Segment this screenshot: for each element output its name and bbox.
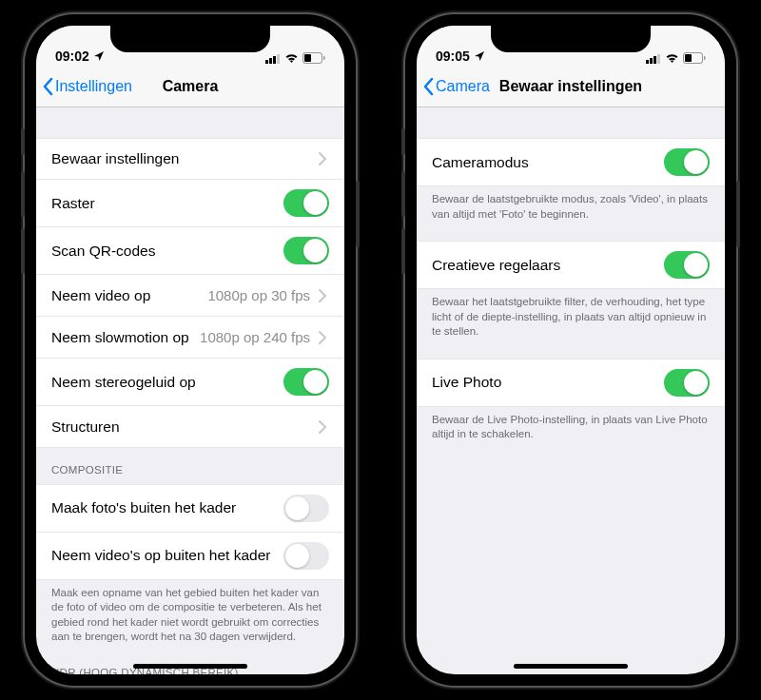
row-live-photo[interactable]: Live Photo (417, 359, 725, 407)
row-preserve-settings[interactable]: Bewaar instellingen (36, 138, 344, 180)
chevron-right-icon (316, 331, 329, 344)
row-label: Raster (51, 195, 283, 212)
row-formats[interactable]: Structuren (36, 406, 344, 448)
svg-rect-9 (654, 56, 656, 64)
settings-list[interactable]: Cameramodus Bewaar de laatstgebruikte mo… (417, 107, 725, 674)
location-icon (474, 50, 485, 62)
row-detail: 1080p op 30 fps (207, 287, 310, 303)
section-footer-composition: Maak een opname van het gebied buiten he… (36, 580, 344, 651)
row-record-slomo[interactable]: Neem slowmotion op 1080p op 240 fps (36, 317, 344, 359)
back-button[interactable]: Camera (422, 66, 490, 107)
row-camera-mode[interactable]: Cameramodus (417, 138, 725, 186)
notch (110, 26, 270, 52)
settings-list[interactable]: Bewaar instellingen Raster Scan QR-codes… (36, 107, 344, 674)
row-label: Scan QR-codes (51, 243, 283, 260)
toggle-qr[interactable] (283, 237, 329, 264)
chevron-right-icon (316, 152, 329, 165)
svg-rect-13 (685, 54, 692, 62)
cellular-icon (646, 53, 661, 64)
battery-icon (302, 52, 325, 64)
section-footer-live: Bewaar de Live Photo-instelling, in plaa… (417, 407, 725, 448)
row-creative-controls[interactable]: Creatieve regelaars (417, 241, 725, 289)
back-button[interactable]: Instellingen (42, 66, 132, 107)
toggle-camera-mode[interactable] (664, 148, 710, 176)
wifi-icon (284, 53, 299, 64)
row-label: Cameramodus (432, 154, 664, 171)
svg-rect-7 (646, 60, 649, 64)
svg-rect-1 (269, 58, 272, 64)
status-time: 09:05 (436, 49, 470, 64)
toggle-photos-outside[interactable] (283, 495, 329, 522)
screen-right: 09:05 Camera Be (417, 26, 725, 674)
svg-rect-3 (277, 54, 280, 64)
row-label: Live Photo (432, 374, 664, 391)
toggle-grid[interactable] (283, 189, 329, 217)
svg-rect-10 (657, 54, 660, 64)
section-header-composition: COMPOSITIE (36, 448, 344, 484)
section-footer-creative: Bewaar het laatstgebruikte filter, de ve… (417, 289, 725, 345)
row-label: Neem slowmotion op (51, 329, 200, 346)
svg-rect-6 (304, 54, 311, 62)
row-label: Neem video op (51, 287, 207, 304)
screen-left: 09:02 Instellingen (36, 26, 344, 674)
row-label: Creatieve regelaars (432, 257, 664, 274)
home-indicator (133, 664, 247, 669)
status-time: 09:02 (55, 49, 89, 64)
wifi-icon (665, 53, 679, 64)
phone-left: 09:02 Instellingen (25, 14, 356, 686)
row-record-video[interactable]: Neem video op 1080p op 30 fps (36, 275, 344, 317)
section-footer-mode: Bewaar de laatstgebruikte modus, zoals '… (417, 186, 725, 227)
nav-bar: Instellingen Camera (36, 66, 344, 107)
row-label: Neem video's op buiten het kader (51, 547, 283, 564)
toggle-creative[interactable] (664, 251, 710, 279)
row-photos-outside-frame[interactable]: Maak foto's buiten het kader (36, 484, 344, 533)
back-label: Instellingen (55, 78, 132, 95)
svg-rect-2 (273, 56, 276, 64)
row-scan-qr[interactable]: Scan QR-codes (36, 227, 344, 275)
toggle-videos-outside[interactable] (283, 542, 329, 570)
toggle-stereo[interactable] (283, 368, 329, 396)
chevron-right-icon (316, 420, 329, 434)
svg-rect-8 (650, 58, 653, 64)
row-videos-outside-frame[interactable]: Neem video's op buiten het kader (36, 533, 344, 580)
row-label: Structuren (51, 418, 316, 436)
svg-rect-0 (265, 60, 268, 64)
location-icon (93, 50, 105, 62)
nav-title: Bewaar instellingen (499, 78, 642, 95)
nav-bar: Camera Bewaar instellingen (417, 66, 725, 107)
chevron-right-icon (316, 289, 329, 302)
row-label: Neem stereogeluid op (51, 374, 283, 391)
row-detail: 1080p op 240 fps (200, 329, 310, 345)
row-label: Bewaar instellingen (51, 150, 316, 167)
svg-rect-5 (323, 56, 325, 60)
battery-icon (683, 52, 706, 64)
cellular-icon (265, 53, 281, 64)
svg-rect-12 (704, 56, 706, 60)
phone-right: 09:05 Camera Be (405, 14, 736, 686)
toggle-live-photo[interactable] (664, 369, 710, 397)
home-indicator (514, 664, 628, 669)
notch (491, 26, 651, 52)
section-header-hdr: HDR (HOOG DYNAMISCH BEREIK) (36, 651, 344, 674)
row-stereo[interactable]: Neem stereogeluid op (36, 359, 344, 406)
row-label: Maak foto's buiten het kader (51, 499, 283, 516)
row-grid[interactable]: Raster (36, 180, 344, 227)
back-label: Camera (436, 78, 490, 95)
nav-title: Camera (163, 78, 219, 95)
